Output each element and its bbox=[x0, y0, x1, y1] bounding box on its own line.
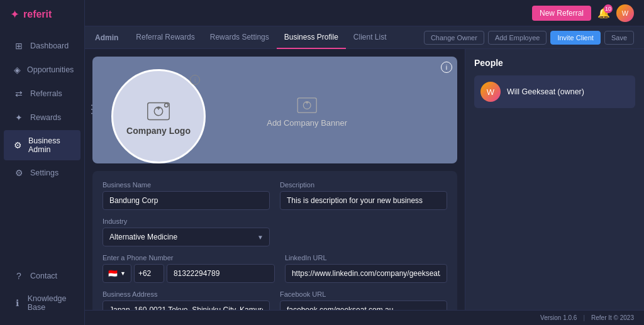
main: New Referral 🔔 10 W Admin Referral Rewar… bbox=[85, 0, 644, 325]
facebook-input[interactable] bbox=[280, 300, 447, 310]
sidebar-item-label: Rewards bbox=[30, 113, 61, 122]
person-avatar: W bbox=[480, 82, 501, 102]
logo-icon: ✦ bbox=[10, 8, 19, 21]
description-label: Description bbox=[280, 181, 447, 189]
save-button[interactable]: Save bbox=[604, 31, 634, 45]
tab-rewards-settings[interactable]: Rewards Settings bbox=[203, 26, 277, 49]
spacer-group bbox=[280, 218, 447, 246]
person-item[interactable]: W Will Geekseat (owner) bbox=[474, 75, 635, 108]
form-row-4: Business Address Facebook URL bbox=[103, 290, 447, 310]
logo-info-icon[interactable]: i bbox=[190, 75, 200, 85]
phone-flag[interactable]: 🇮🇩 ▼ bbox=[103, 264, 131, 283]
phone-row: 🇮🇩 ▼ bbox=[103, 264, 275, 283]
sidebar-item-business-admin[interactable]: ⚙ Business Admin bbox=[4, 130, 80, 160]
notification-button[interactable]: 🔔 10 bbox=[597, 7, 610, 19]
address-label: Business Address bbox=[103, 290, 270, 298]
tab-referral-rewards[interactable]: Referral Rewards bbox=[128, 26, 202, 49]
dashboard-icon: ⊞ bbox=[14, 41, 24, 51]
contact-icon: ? bbox=[14, 271, 24, 281]
banner-area: ··· i Company Logo bbox=[92, 57, 457, 163]
svg-rect-3 bbox=[297, 98, 316, 113]
logo-text: referit bbox=[23, 9, 52, 20]
avatar[interactable]: W bbox=[616, 4, 634, 22]
sidebar-item-label: Referrals bbox=[30, 89, 62, 98]
tab-business-profile[interactable]: Business Profile bbox=[277, 26, 346, 49]
industry-label: Industry bbox=[103, 218, 270, 225]
linkedin-label: LinkedIn URL bbox=[285, 254, 447, 262]
phone-number-input[interactable] bbox=[167, 264, 275, 283]
sidebar-item-rewards[interactable]: ✦ Rewards bbox=[4, 106, 80, 129]
description-group: Description bbox=[280, 181, 447, 210]
svg-rect-0 bbox=[148, 103, 170, 120]
flag-emoji: 🇮🇩 bbox=[108, 269, 118, 278]
business-name-label: Business Name bbox=[103, 181, 270, 189]
top-header: New Referral 🔔 10 W bbox=[85, 0, 644, 26]
version-text: Version 1.0.6 bbox=[540, 314, 577, 321]
dots-menu[interactable]: ··· bbox=[86, 104, 97, 116]
knowledge-base-icon: ℹ bbox=[14, 298, 21, 308]
content: ··· i Company Logo bbox=[85, 49, 644, 310]
description-input[interactable] bbox=[280, 191, 447, 210]
sidebar-item-label: Dashboard bbox=[30, 41, 69, 50]
sidebar-item-referrals[interactable]: ⇄ Referrals bbox=[4, 82, 80, 105]
sidebar: ✦ referit ⊞ Dashboard ◈ Opportunities ⇄ … bbox=[0, 0, 85, 325]
sub-nav: Admin Referral Rewards Rewards Settings … bbox=[85, 26, 644, 49]
svg-point-2 bbox=[165, 104, 169, 107]
business-name-group: Business Name bbox=[103, 181, 270, 210]
logo-upload-icon bbox=[144, 97, 173, 126]
center-panel: ··· i Company Logo bbox=[85, 49, 465, 310]
sidebar-item-label: Opportunities bbox=[27, 65, 74, 74]
banner-upload[interactable]: Add Company Banner bbox=[267, 93, 347, 128]
settings-icon: ⚙ bbox=[14, 168, 24, 178]
sidebar-item-label: Knowledge Base bbox=[28, 294, 70, 312]
sidebar-item-opportunities[interactable]: ◈ Opportunities bbox=[4, 58, 80, 81]
sidebar-bottom: ? Contact ℹ Knowledge Base bbox=[0, 264, 84, 325]
sidebar-item-label: Settings bbox=[30, 168, 58, 177]
industry-select-wrap: Alternative Medicine bbox=[103, 228, 270, 246]
person-name: Will Geekseat (owner) bbox=[507, 87, 584, 96]
facebook-group: Facebook URL bbox=[280, 290, 447, 310]
logo[interactable]: ✦ referit bbox=[0, 0, 84, 29]
notification-badge: 10 bbox=[604, 4, 613, 13]
form-row-3: Enter a Phone Number 🇮🇩 ▼ LinkedIn URL bbox=[103, 254, 447, 283]
address-group: Business Address bbox=[103, 290, 270, 310]
add-banner-label: Add Company Banner bbox=[267, 118, 347, 128]
right-panel: People W Will Geekseat (owner) bbox=[465, 49, 644, 310]
industry-group: Industry Alternative Medicine bbox=[103, 218, 270, 246]
company-logo-upload[interactable]: i Company Logo bbox=[111, 69, 206, 163]
new-referral-button[interactable]: New Referral bbox=[532, 6, 591, 21]
sub-nav-actions: Change Owner Add Employee Invite Client … bbox=[424, 31, 634, 45]
banner-upload-icon bbox=[294, 93, 319, 118]
sidebar-item-label: Business Admin bbox=[28, 136, 70, 154]
tab-client-list[interactable]: Client List bbox=[346, 26, 394, 49]
industry-select[interactable]: Alternative Medicine bbox=[103, 228, 270, 246]
sidebar-item-label: Contact bbox=[30, 272, 57, 280]
add-employee-button[interactable]: Add Employee bbox=[488, 31, 547, 45]
phone-label: Enter a Phone Number bbox=[103, 254, 275, 262]
sidebar-item-settings[interactable]: ⚙ Settings bbox=[4, 162, 80, 184]
phone-code-input[interactable] bbox=[134, 264, 164, 283]
sub-nav-section: Admin bbox=[95, 33, 118, 42]
opportunities-icon: ◈ bbox=[14, 65, 21, 75]
referrals-icon: ⇄ bbox=[14, 89, 24, 99]
footer: Version 1.0.6 | Refer It © 2023 bbox=[85, 310, 644, 325]
footer-sep: | bbox=[583, 314, 585, 321]
business-name-input[interactable] bbox=[103, 191, 270, 210]
form-area: Business Name Description Industry Alter… bbox=[92, 171, 457, 310]
invite-client-button[interactable]: Invite Client bbox=[550, 31, 600, 45]
people-title: People bbox=[474, 58, 635, 68]
form-row-2: Industry Alternative Medicine bbox=[103, 218, 447, 246]
sidebar-item-dashboard[interactable]: ⊞ Dashboard bbox=[4, 35, 80, 57]
change-owner-button[interactable]: Change Owner bbox=[424, 31, 484, 45]
rewards-icon: ✦ bbox=[14, 113, 24, 123]
sidebar-item-contact[interactable]: ? Contact bbox=[4, 265, 80, 287]
phone-group: Enter a Phone Number 🇮🇩 ▼ bbox=[103, 254, 275, 283]
form-row-1: Business Name Description bbox=[103, 181, 447, 210]
company-logo-label: Company Logo bbox=[126, 126, 191, 136]
copyright-text: Refer It © 2023 bbox=[591, 314, 634, 321]
linkedin-input[interactable] bbox=[285, 264, 447, 283]
address-input[interactable] bbox=[103, 300, 270, 310]
banner-info-icon[interactable]: i bbox=[441, 62, 452, 73]
linkedin-group: LinkedIn URL bbox=[285, 254, 447, 283]
sidebar-item-knowledge-base[interactable]: ℹ Knowledge Base bbox=[4, 288, 80, 318]
